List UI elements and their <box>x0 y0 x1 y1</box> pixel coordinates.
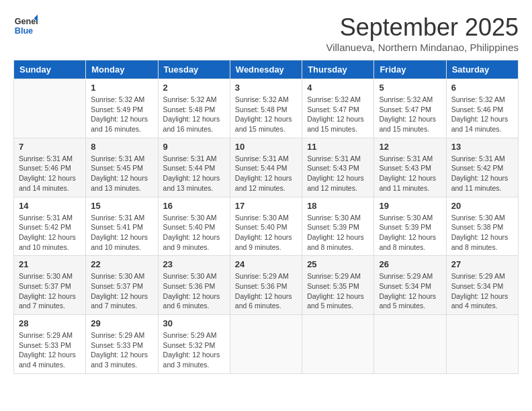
day-number: 25 <box>307 259 369 269</box>
day-number: 29 <box>91 318 152 328</box>
page-header: General Blue September 2025 Villanueva, … <box>13 13 519 53</box>
title-block: September 2025 Villanueva, Northern Mind… <box>326 13 519 53</box>
day-number: 17 <box>235 201 297 211</box>
column-header-monday: Monday <box>86 60 158 79</box>
logo: General Blue <box>13 13 38 38</box>
calendar-day-cell: 19Sunrise: 5:30 AMSunset: 5:39 PMDayligh… <box>374 197 446 256</box>
day-info: Sunrise: 5:30 AMSunset: 5:37 PMDaylight:… <box>19 271 81 311</box>
empty-day-cell <box>446 315 518 374</box>
column-header-saturday: Saturday <box>446 60 518 79</box>
calendar-day-cell: 5Sunrise: 5:32 AMSunset: 5:47 PMDaylight… <box>374 79 446 138</box>
column-header-friday: Friday <box>374 60 446 79</box>
calendar-day-cell: 6Sunrise: 5:32 AMSunset: 5:46 PMDaylight… <box>446 79 518 138</box>
empty-day-cell <box>302 315 374 374</box>
day-number: 11 <box>307 142 369 152</box>
day-info: Sunrise: 5:29 AMSunset: 5:34 PMDaylight:… <box>379 271 441 311</box>
day-info: Sunrise: 5:30 AMSunset: 5:36 PMDaylight:… <box>163 271 225 311</box>
day-number: 10 <box>235 142 297 152</box>
day-number: 16 <box>163 201 225 211</box>
calendar-day-cell: 3Sunrise: 5:32 AMSunset: 5:48 PMDaylight… <box>230 79 302 138</box>
day-number: 14 <box>19 201 81 211</box>
calendar-day-cell: 10Sunrise: 5:31 AMSunset: 5:44 PMDayligh… <box>230 138 302 197</box>
calendar-week-row: 14Sunrise: 5:31 AMSunset: 5:42 PMDayligh… <box>14 197 519 256</box>
empty-day-cell <box>374 315 446 374</box>
day-number: 6 <box>451 83 513 93</box>
day-number: 18 <box>307 201 369 211</box>
day-number: 2 <box>163 83 225 93</box>
column-header-sunday: Sunday <box>14 60 86 79</box>
day-info: Sunrise: 5:30 AMSunset: 5:37 PMDaylight:… <box>91 271 152 311</box>
day-info: Sunrise: 5:31 AMSunset: 5:45 PMDaylight:… <box>91 154 152 193</box>
day-info: Sunrise: 5:31 AMSunset: 5:42 PMDaylight:… <box>19 213 81 253</box>
day-number: 1 <box>91 83 152 93</box>
calendar-day-cell: 22Sunrise: 5:30 AMSunset: 5:37 PMDayligh… <box>86 256 158 315</box>
day-info: Sunrise: 5:31 AMSunset: 5:44 PMDaylight:… <box>235 154 297 193</box>
day-number: 20 <box>451 201 513 211</box>
calendar-header-row: SundayMondayTuesdayWednesdayThursdayFrid… <box>14 60 519 79</box>
logo-icon: General Blue <box>13 13 38 38</box>
day-info: Sunrise: 5:31 AMSunset: 5:43 PMDaylight:… <box>379 154 441 193</box>
calendar-day-cell: 15Sunrise: 5:31 AMSunset: 5:41 PMDayligh… <box>86 197 158 256</box>
day-number: 24 <box>235 259 297 269</box>
calendar-day-cell: 13Sunrise: 5:31 AMSunset: 5:42 PMDayligh… <box>446 138 518 197</box>
day-info: Sunrise: 5:32 AMSunset: 5:46 PMDaylight:… <box>451 95 513 134</box>
day-info: Sunrise: 5:31 AMSunset: 5:43 PMDaylight:… <box>307 154 369 193</box>
calendar-day-cell: 1Sunrise: 5:32 AMSunset: 5:49 PMDaylight… <box>86 79 158 138</box>
day-number: 21 <box>19 259 81 269</box>
day-number: 19 <box>379 201 441 211</box>
day-number: 28 <box>19 318 81 328</box>
calendar-day-cell: 24Sunrise: 5:29 AMSunset: 5:36 PMDayligh… <box>230 256 302 315</box>
day-info: Sunrise: 5:31 AMSunset: 5:44 PMDaylight:… <box>163 154 225 193</box>
column-header-thursday: Thursday <box>302 60 374 79</box>
day-info: Sunrise: 5:30 AMSunset: 5:40 PMDaylight:… <box>235 213 297 253</box>
calendar-table: SundayMondayTuesdayWednesdayThursdayFrid… <box>13 60 519 374</box>
day-info: Sunrise: 5:31 AMSunset: 5:46 PMDaylight:… <box>19 154 81 193</box>
day-number: 5 <box>379 83 441 93</box>
day-info: Sunrise: 5:30 AMSunset: 5:39 PMDaylight:… <box>379 213 441 253</box>
day-info: Sunrise: 5:32 AMSunset: 5:48 PMDaylight:… <box>235 95 297 134</box>
day-number: 12 <box>379 142 441 152</box>
calendar-day-cell: 21Sunrise: 5:30 AMSunset: 5:37 PMDayligh… <box>14 256 86 315</box>
day-number: 15 <box>91 201 152 211</box>
day-info: Sunrise: 5:29 AMSunset: 5:33 PMDaylight:… <box>91 330 152 370</box>
calendar-week-row: 21Sunrise: 5:30 AMSunset: 5:37 PMDayligh… <box>14 256 519 315</box>
calendar-day-cell: 23Sunrise: 5:30 AMSunset: 5:36 PMDayligh… <box>158 256 230 315</box>
day-info: Sunrise: 5:29 AMSunset: 5:36 PMDaylight:… <box>235 271 297 311</box>
day-info: Sunrise: 5:31 AMSunset: 5:41 PMDaylight:… <box>91 213 152 253</box>
calendar-day-cell: 28Sunrise: 5:29 AMSunset: 5:33 PMDayligh… <box>14 315 86 374</box>
calendar-day-cell: 25Sunrise: 5:29 AMSunset: 5:35 PMDayligh… <box>302 256 374 315</box>
day-info: Sunrise: 5:30 AMSunset: 5:40 PMDaylight:… <box>163 213 225 253</box>
day-number: 23 <box>163 259 225 269</box>
empty-day-cell <box>230 315 302 374</box>
month-title: September 2025 <box>326 13 519 42</box>
calendar-day-cell: 16Sunrise: 5:30 AMSunset: 5:40 PMDayligh… <box>158 197 230 256</box>
day-info: Sunrise: 5:30 AMSunset: 5:38 PMDaylight:… <box>451 213 513 253</box>
svg-text:Blue: Blue <box>15 26 33 36</box>
calendar-week-row: 1Sunrise: 5:32 AMSunset: 5:49 PMDaylight… <box>14 79 519 138</box>
day-info: Sunrise: 5:32 AMSunset: 5:49 PMDaylight:… <box>91 95 152 134</box>
day-info: Sunrise: 5:32 AMSunset: 5:48 PMDaylight:… <box>163 95 225 134</box>
day-number: 7 <box>19 142 81 152</box>
calendar-week-row: 7Sunrise: 5:31 AMSunset: 5:46 PMDaylight… <box>14 138 519 197</box>
day-info: Sunrise: 5:32 AMSunset: 5:47 PMDaylight:… <box>379 95 441 134</box>
day-info: Sunrise: 5:30 AMSunset: 5:39 PMDaylight:… <box>307 213 369 253</box>
calendar-day-cell: 4Sunrise: 5:32 AMSunset: 5:47 PMDaylight… <box>302 79 374 138</box>
day-info: Sunrise: 5:32 AMSunset: 5:47 PMDaylight:… <box>307 95 369 134</box>
calendar-day-cell: 18Sunrise: 5:30 AMSunset: 5:39 PMDayligh… <box>302 197 374 256</box>
calendar-day-cell: 14Sunrise: 5:31 AMSunset: 5:42 PMDayligh… <box>14 197 86 256</box>
calendar-day-cell: 8Sunrise: 5:31 AMSunset: 5:45 PMDaylight… <box>86 138 158 197</box>
day-number: 30 <box>163 318 225 328</box>
column-header-wednesday: Wednesday <box>230 60 302 79</box>
day-info: Sunrise: 5:29 AMSunset: 5:35 PMDaylight:… <box>307 271 369 311</box>
calendar-day-cell: 9Sunrise: 5:31 AMSunset: 5:44 PMDaylight… <box>158 138 230 197</box>
day-number: 4 <box>307 83 369 93</box>
calendar-day-cell: 7Sunrise: 5:31 AMSunset: 5:46 PMDaylight… <box>14 138 86 197</box>
day-info: Sunrise: 5:31 AMSunset: 5:42 PMDaylight:… <box>451 154 513 193</box>
day-number: 3 <box>235 83 297 93</box>
calendar-day-cell: 20Sunrise: 5:30 AMSunset: 5:38 PMDayligh… <box>446 197 518 256</box>
day-number: 9 <box>163 142 225 152</box>
column-header-tuesday: Tuesday <box>158 60 230 79</box>
calendar-day-cell: 17Sunrise: 5:30 AMSunset: 5:40 PMDayligh… <box>230 197 302 256</box>
location-subtitle: Villanueva, Northern Mindanao, Philippin… <box>326 42 519 53</box>
empty-day-cell <box>14 79 86 138</box>
